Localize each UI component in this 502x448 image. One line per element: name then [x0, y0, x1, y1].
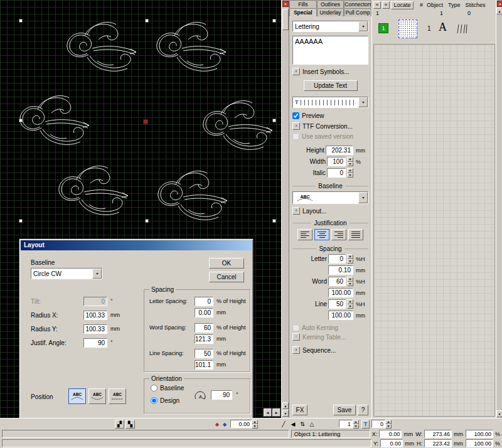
- tab-pull-comp[interactable]: Pull Comp: [344, 8, 371, 16]
- object-thumbnail[interactable]: [398, 19, 417, 38]
- object-list-empty-area[interactable]: [373, 44, 495, 417]
- cancel-button[interactable]: Cancel: [209, 272, 244, 282]
- radio-icon[interactable]: [151, 397, 158, 404]
- rotation-center-handle[interactable]: [143, 119, 148, 124]
- help-button[interactable]: ?: [358, 405, 368, 415]
- delta-icon[interactable]: △: [308, 420, 316, 429]
- panel-vertical-scrollbar[interactable]: × ▲ ▼: [496, 0, 502, 418]
- selection-handle[interactable]: [19, 219, 23, 223]
- insert-symbols-button[interactable]: Insert Symbols...: [302, 68, 349, 75]
- vscroll-up-button[interactable]: ▲: [282, 402, 289, 409]
- horn-icon[interactable]: ◀: [289, 420, 297, 429]
- vscroll-thumb[interactable]: [282, 9, 289, 30]
- w-field[interactable]: 273.46: [424, 430, 452, 438]
- design-canvas[interactable]: ◄ ► × ▲ ▼ Layout OK Cancel Baseline Circ…: [0, 0, 289, 418]
- justify-right-button[interactable]: [331, 229, 346, 240]
- height-field[interactable]: 202.31: [326, 146, 353, 155]
- letter-mm-field[interactable]: 0.10: [328, 265, 353, 275]
- orientation-design-radio[interactable]: Design: [151, 397, 179, 404]
- save-button[interactable]: Save: [333, 405, 356, 415]
- justify-center-button[interactable]: [314, 229, 329, 240]
- speed-field[interactable]: 0.00: [230, 420, 252, 428]
- baseline-select[interactable]: Circle CW: [31, 268, 102, 279]
- position-arc-up-button[interactable]: ABC: [68, 388, 86, 404]
- word-spacing-pct-field[interactable]: 60: [195, 323, 213, 333]
- orientation-baseline-radio[interactable]: Baseline: [151, 385, 184, 392]
- italic-field[interactable]: 0: [327, 168, 346, 178]
- scroll-up-button[interactable]: ▲: [496, 8, 502, 14]
- collapse-arrow-icon[interactable]: ‹: [292, 346, 300, 354]
- radius-y-field[interactable]: 100.33: [83, 324, 107, 334]
- secondary-count-field[interactable]: 0: [371, 420, 385, 428]
- chevron-down-icon[interactable]: [358, 192, 368, 203]
- collapse-arrow-icon[interactable]: ‹: [292, 68, 300, 75]
- selection-handle[interactable]: [19, 19, 23, 23]
- chevron-down-icon[interactable]: [358, 21, 368, 31]
- justify-left-button[interactable]: [297, 229, 312, 240]
- ok-button[interactable]: OK: [209, 258, 244, 269]
- tab-special[interactable]: Special: [289, 8, 317, 16]
- letter-spinner[interactable]: [347, 254, 353, 264]
- orientation-angle-field[interactable]: 90: [211, 390, 232, 400]
- update-text-button[interactable]: Update Text: [304, 80, 358, 91]
- object-row[interactable]: 1 1 A: [372, 18, 502, 41]
- design-ornament[interactable]: [158, 171, 227, 220]
- justif-angle-field[interactable]: 90: [83, 338, 107, 348]
- selection-handle[interactable]: [145, 19, 149, 23]
- italic-spinner[interactable]: [347, 168, 353, 178]
- design-ornament[interactable]: [157, 23, 226, 72]
- speed-spinner[interactable]: [252, 420, 258, 429]
- word-spinner[interactable]: [347, 277, 353, 286]
- tab-connectors[interactable]: Connectors: [344, 0, 371, 8]
- design-ornament[interactable]: [20, 96, 89, 145]
- updown-icon[interactable]: ⇅: [299, 420, 306, 429]
- letter-pct-field[interactable]: 0: [328, 254, 346, 264]
- locate-button[interactable]: Locate: [391, 1, 414, 9]
- h-pct-field[interactable]: 100.00: [466, 439, 493, 447]
- line-spacing-pct-field[interactable]: 50: [195, 349, 213, 358]
- collapse-arrow-icon[interactable]: ‹: [292, 122, 300, 130]
- hscroll-left-button[interactable]: ◄: [264, 408, 272, 417]
- radius-x-field[interactable]: 100.33: [83, 311, 107, 320]
- checkbox-icon[interactable]: [292, 112, 299, 119]
- letter-spacing-pct-field[interactable]: 0: [195, 297, 213, 306]
- word-pct-field[interactable]: 60: [328, 277, 346, 286]
- tab-underlay[interactable]: Underlay: [317, 8, 344, 16]
- justify-full-button[interactable]: [348, 229, 363, 240]
- design-ornament[interactable]: [67, 23, 136, 72]
- layout-button[interactable]: Layout...: [302, 208, 326, 215]
- position-arc-down-button[interactable]: ABC: [88, 388, 106, 404]
- line-pct-field[interactable]: 50: [328, 299, 346, 309]
- design-ornament[interactable]: [203, 101, 272, 150]
- collapse-arrow-icon[interactable]: ‹: [292, 207, 300, 215]
- dock-right-icon[interactable]: »: [373, 1, 381, 9]
- letter-spacing-mm-field[interactable]: 0.00: [195, 308, 213, 317]
- hscroll-right-button[interactable]: ►: [272, 408, 280, 417]
- h-field[interactable]: 223.42: [424, 439, 452, 447]
- machine-b-icon[interactable]: ▚: [125, 420, 135, 429]
- dialog-titlebar[interactable]: Layout: [21, 240, 252, 250]
- scroll-down-button[interactable]: ▼: [496, 410, 502, 417]
- x-field[interactable]: 0.00: [379, 430, 402, 438]
- sequence-button[interactable]: Sequence...: [302, 347, 336, 354]
- line-spacing-mm-field[interactable]: 101.1: [195, 360, 213, 370]
- secondary-count-spinner[interactable]: [385, 420, 392, 429]
- width-spinner[interactable]: [347, 157, 353, 166]
- stitch-count-field[interactable]: 1: [339, 420, 353, 428]
- fx-button[interactable]: FX: [292, 405, 307, 415]
- close-icon[interactable]: ×: [282, 1, 289, 7]
- chevron-down-icon[interactable]: [358, 97, 368, 107]
- selection-handle[interactable]: [145, 219, 149, 223]
- position-straight-button[interactable]: ABC: [109, 388, 126, 404]
- stitch-count-spinner[interactable]: [353, 420, 359, 429]
- word-spacing-mm-field[interactable]: 121.3: [195, 334, 213, 344]
- lettering-text-input[interactable]: AAAAAA: [292, 36, 368, 65]
- width-field[interactable]: 100: [327, 157, 346, 166]
- selection-handle[interactable]: [272, 219, 276, 223]
- object-kind-select[interactable]: Lettering: [292, 21, 368, 32]
- ttf-conversion-button[interactable]: TTF Conversion...: [302, 123, 353, 130]
- selection-handle[interactable]: [272, 19, 276, 23]
- red-marker-icon[interactable]: ◆: [214, 420, 220, 429]
- vscroll-down-button[interactable]: ▼: [282, 410, 289, 417]
- close-icon[interactable]: ×: [497, 1, 502, 7]
